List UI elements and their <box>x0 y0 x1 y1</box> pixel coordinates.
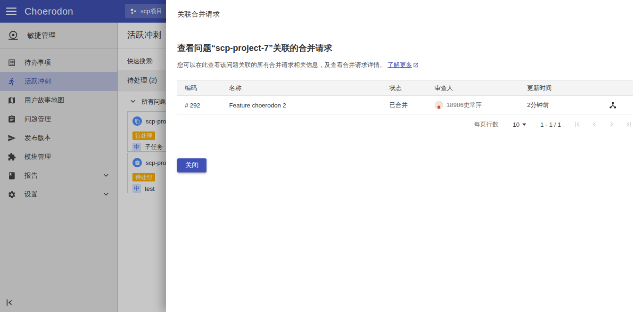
merge-request-table: 编码 名称 状态 审查人 更新时间 # 292 Feature choerodo… <box>177 80 633 115</box>
external-link-icon <box>413 62 419 68</box>
chevron-down-icon <box>522 123 526 126</box>
modal-title: 关联合并请求 <box>177 10 220 19</box>
column-header-name: 名称 <box>222 84 382 92</box>
learn-more-link[interactable]: 了解更多 <box>388 61 419 69</box>
close-button[interactable]: 关闭 <box>177 158 206 172</box>
pagination-range: 1 - 1 / 1 <box>540 121 561 128</box>
mr-code: # 292 <box>177 102 222 109</box>
pagination: 每页行数 10 1 - 1 / 1 <box>474 116 633 132</box>
rows-per-page-select[interactable]: 10 <box>512 121 526 128</box>
section-description: 您可以在此查看该问题关联的所有合并请求相关信息，及查看合并请求详情。 了解更多 <box>177 61 419 69</box>
table-header-row: 编码 名称 状态 审查人 更新时间 <box>177 80 633 96</box>
mr-updated-time: 2分钟前 <box>520 101 586 109</box>
mr-reviewer: 18986史常萍 <box>427 101 520 109</box>
divider <box>166 152 644 152</box>
table-row: # 292 Feature choerodon 2 已合并 18986史常萍 2… <box>177 96 633 115</box>
column-header-reviewer: 审查人 <box>427 84 520 92</box>
section-heading: 查看问题“scp-project-7”关联的合并请求 <box>177 42 332 54</box>
prev-page-icon[interactable] <box>590 120 599 129</box>
linked-merge-requests-modal: 关联合并请求 查看问题“scp-project-7”关联的合并请求 您可以在此查… <box>166 0 644 312</box>
mr-status: 已合并 <box>382 101 427 109</box>
first-page-icon[interactable] <box>573 120 582 129</box>
next-page-icon[interactable] <box>607 120 616 129</box>
branch-device-hub-icon[interactable] <box>609 101 617 109</box>
rows-per-page-label: 每页行数 <box>474 120 498 129</box>
modal-header: 关联合并请求 <box>166 0 644 29</box>
last-page-icon[interactable] <box>624 120 633 129</box>
mr-name: Feature choerodon 2 <box>222 102 382 109</box>
avatar <box>435 101 443 109</box>
column-header-updated: 更新时间 <box>520 84 586 92</box>
column-header-code: 编码 <box>177 84 222 92</box>
column-header-status: 状态 <box>382 84 427 92</box>
